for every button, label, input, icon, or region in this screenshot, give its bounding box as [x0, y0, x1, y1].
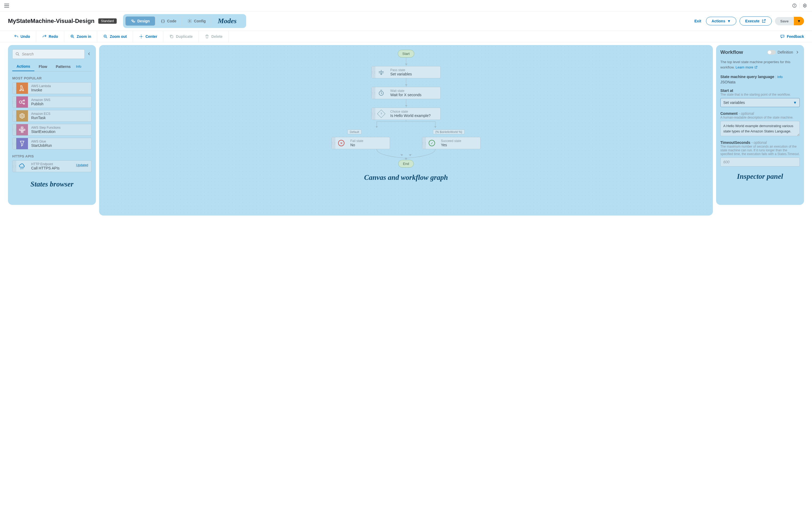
inspector-title: Workflow [720, 49, 743, 55]
svg-line-23 [22, 103, 24, 104]
grip-icon: ⋮⋮ [372, 108, 375, 120]
page-title: MyStateMachine-Visual-Design [8, 18, 94, 25]
definition-toggle[interactable] [767, 50, 776, 55]
pass-icon [375, 66, 387, 78]
sns-icon [16, 96, 28, 108]
tab-patterns[interactable]: Patterns [51, 62, 75, 71]
svg-point-4 [804, 5, 805, 6]
node-succeed[interactable]: ⋮⋮ ✓ Succeed stateYes [422, 137, 481, 149]
grip-icon: ⋮⋮ [372, 87, 375, 99]
menu-icon[interactable] [4, 4, 9, 7]
grip-icon: ⋮⋮ [12, 138, 16, 149]
ql-info-link[interactable]: Info [777, 75, 783, 79]
save-button[interactable]: Save [775, 17, 794, 25]
edge-cond[interactable]: {% $isHelloWorld %} [433, 129, 465, 134]
grip-icon: ⋮⋮ [12, 83, 16, 94]
fail-icon: ✕ [336, 137, 347, 149]
stepfunctions-icon [16, 124, 28, 135]
svg-marker-25 [21, 115, 23, 117]
state-sns-publish[interactable]: ⋮⋮ Amazon SNSPublish [12, 96, 92, 108]
comment-textarea[interactable]: A Hello World example demonstrating vari… [720, 121, 800, 136]
node-fail[interactable]: ⋮⋮ ✕ Fail stateNo [331, 137, 390, 149]
svg-rect-5 [132, 20, 133, 21]
state-stepfn-start[interactable]: ⋮⋮ AWS Step FunctionsStartExecution [12, 124, 92, 136]
divider [800, 3, 800, 8]
tab-actions[interactable]: Actions [12, 62, 34, 71]
node-wait[interactable]: ⋮⋮ Wait stateWait for X seconds [371, 87, 441, 99]
svg-point-19 [20, 101, 22, 103]
exit-link[interactable]: Exit [694, 19, 701, 23]
cloud-api-icon: ▸API [16, 161, 28, 172]
svg-point-15 [141, 36, 142, 37]
svg-line-18 [18, 55, 19, 56]
save-button-group: Save ▼ [775, 17, 804, 25]
wait-icon [375, 87, 387, 99]
end-node[interactable]: End [398, 160, 413, 168]
caret-down-icon: ▼ [793, 100, 797, 105]
external-link-icon [761, 19, 766, 24]
duplicate-button[interactable]: Duplicate [163, 31, 199, 42]
lambda-icon [16, 83, 28, 94]
modes-annotation: Modes [218, 17, 241, 25]
svg-marker-42 [409, 154, 412, 156]
collapse-panel-icon[interactable] [87, 51, 92, 57]
start-at-select[interactable]: Set variables ▼ [720, 98, 800, 107]
caret-down-icon: ▼ [727, 19, 731, 23]
inspector-panel: Workflow Definition The top level state … [716, 45, 804, 205]
edge-default[interactable]: Default [347, 129, 361, 134]
svg-rect-6 [133, 21, 135, 22]
branch-lines [347, 120, 465, 128]
grip-icon: ⋮⋮ [12, 124, 16, 135]
feedback-button[interactable]: Feedback [780, 31, 804, 42]
learn-more-link[interactable]: Learn more [735, 65, 758, 69]
search-input[interactable]: Search [12, 49, 85, 59]
svg-marker-3 [804, 4, 806, 7]
svg-rect-27 [20, 129, 21, 131]
ecs-icon [16, 110, 28, 121]
type-badge: Standard [98, 19, 117, 24]
node-choice[interactable]: ⋮⋮ ? Choice stateIs Hello World example? [371, 108, 441, 120]
svg-line-14 [106, 37, 107, 38]
delete-button[interactable]: Delete [199, 31, 229, 42]
settings-gear-icon[interactable] [802, 3, 808, 8]
edge [406, 78, 406, 87]
inspector-description: The top level state machine properties f… [720, 59, 800, 70]
mode-design[interactable]: Design [125, 17, 155, 26]
svg-line-22 [22, 100, 24, 102]
state-http-endpoint[interactable]: ⋮⋮ ▸API HTTP EndpointCall HTTPS APIs Upd… [12, 161, 92, 172]
grip-icon: ⋮⋮ [12, 110, 16, 121]
mode-code[interactable]: {} Code [155, 17, 182, 26]
edge [406, 58, 406, 66]
svg-marker-41 [400, 154, 403, 156]
state-lambda-invoke[interactable]: ⋮⋮ AWS LambdaInvoke [12, 82, 92, 94]
tab-flow[interactable]: Flow [34, 62, 51, 71]
node-pass[interactable]: ⋮⋮ Pass stateSet variables [371, 66, 441, 78]
start-node[interactable]: Start [398, 50, 414, 58]
center-button[interactable]: Center [133, 31, 163, 42]
canvas[interactable]: Start ⋮⋮ Pass stateSet variables ⋮⋮ Wait… [99, 45, 713, 215]
info-icon[interactable] [791, 3, 798, 8]
chevron-right-icon[interactable] [795, 50, 800, 55]
svg-line-11 [73, 37, 74, 38]
mode-config[interactable]: Config [182, 17, 211, 26]
undo-button[interactable]: Undo [8, 31, 36, 42]
execute-button[interactable]: Execute [740, 17, 772, 26]
redo-button[interactable]: Redo [36, 31, 64, 42]
edge [406, 99, 406, 108]
state-ecs-runtask[interactable]: ⋮⋮ Amazon ECSRunTask [12, 110, 92, 122]
external-link-icon [754, 65, 758, 69]
glue-icon [16, 138, 28, 149]
save-caret-button[interactable]: ▼ [794, 17, 804, 25]
state-glue-startjob[interactable]: ⋮⋮ AWS GlueStartJobRun [12, 138, 92, 149]
zoom-out-button[interactable]: Zoom out [97, 31, 133, 42]
field-timeout: TimeoutSeconds - optional The maximum nu… [720, 140, 800, 167]
search-icon [15, 52, 20, 56]
grip-icon: ⋮⋮ [332, 137, 336, 149]
timeout-input[interactable]: 600 [720, 157, 800, 167]
zoom-in-button[interactable]: Zoom in [64, 31, 97, 42]
actions-button[interactable]: Actions ▼ [706, 17, 736, 25]
tab-info-link[interactable]: Info [76, 65, 81, 68]
states-browser-panel: Search Actions Flow Patterns Info MOST P… [8, 45, 96, 205]
braces-icon: {} [161, 19, 165, 23]
svg-point-17 [16, 53, 19, 55]
